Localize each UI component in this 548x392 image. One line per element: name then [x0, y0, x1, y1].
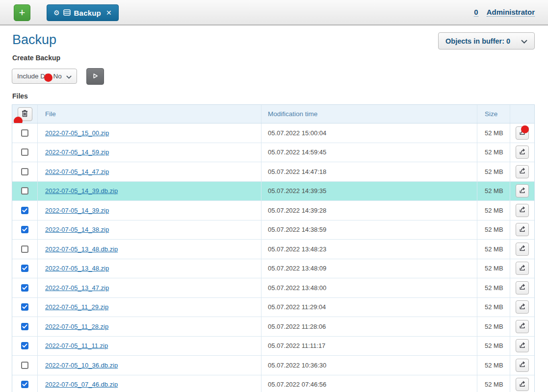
files-table: File Modification time Size 2022-07-05_1…	[12, 104, 535, 392]
file-link[interactable]: 2022-07-05_07_46.db.zip	[45, 381, 118, 388]
file-link[interactable]: 2022-07-05_11_11.zip	[45, 342, 108, 349]
restore-icon	[519, 283, 526, 292]
table-header-row: File Modification time Size	[12, 105, 534, 123]
restore-button[interactable]	[516, 165, 529, 178]
column-header-file[interactable]: File	[38, 105, 261, 123]
file-size: 52 MB	[477, 201, 510, 220]
restore-button[interactable]	[516, 262, 529, 275]
table-row: 2022-07-05_10_36.db.zip 05.07.2022 10:36…	[12, 356, 534, 375]
row-checkbox[interactable]	[21, 265, 28, 272]
file-link[interactable]: 2022-07-05_11_28.zip	[45, 323, 108, 330]
restore-icon	[519, 361, 526, 369]
gear-icon: ⚙	[53, 9, 60, 16]
row-checkbox[interactable]	[21, 381, 28, 388]
table-row: 2022-07-05_11_11.zip 05.07.2022 11:11:17…	[12, 337, 534, 356]
click-marker	[44, 74, 52, 82]
table-row: 2022-07-05_15_00.zip 05.07.2022 15:00:04…	[12, 123, 534, 143]
file-size: 52 MB	[477, 240, 510, 259]
file-link[interactable]: 2022-07-05_14_59.zip	[45, 148, 109, 156]
modification-time: 05.07.2022 13:48:09	[261, 259, 477, 278]
table-row: 2022-07-05_14_39.db.zip 05.07.2022 14:39…	[12, 182, 534, 201]
user-links: 0 Administrator	[474, 8, 535, 17]
restore-icon	[519, 303, 526, 312]
file-link[interactable]: 2022-07-05_13_48.zip	[45, 265, 109, 272]
file-link[interactable]: 2022-07-05_14_47.zip	[45, 168, 109, 175]
column-header-modification-time[interactable]: Modification time	[261, 105, 477, 123]
row-checkbox[interactable]	[21, 303, 28, 311]
tab-backup[interactable]: ⚙ Backup ✕	[47, 4, 119, 21]
file-link[interactable]: 2022-07-05_13_47.zip	[45, 284, 109, 292]
row-checkbox[interactable]	[21, 245, 28, 253]
file-link[interactable]: 2022-07-05_13_48.db.zip	[45, 245, 118, 253]
restore-button[interactable]	[516, 204, 529, 217]
objects-in-buffer-dropdown[interactable]: Objects in buffer: 0	[438, 32, 535, 49]
restore-icon	[519, 322, 526, 331]
file-size: 52 MB	[477, 337, 510, 356]
files-heading: Files	[12, 92, 28, 100]
row-checkbox[interactable]	[21, 168, 28, 175]
restore-button[interactable]	[516, 146, 529, 159]
modification-time: 05.07.2022 11:28:06	[261, 317, 477, 336]
restore-button[interactable]	[516, 359, 529, 372]
row-checkbox[interactable]	[21, 226, 28, 233]
restore-button[interactable]	[516, 300, 529, 314]
file-link[interactable]: 2022-07-05_14_38.zip	[45, 226, 109, 233]
row-checkbox[interactable]	[21, 129, 28, 137]
modification-time: 05.07.2022 11:29:04	[261, 298, 477, 317]
restore-icon	[519, 148, 526, 157]
file-size: 52 MB	[477, 143, 510, 162]
topbar: + ⚙ Backup ✕ 0 Administrator	[0, 0, 548, 25]
restore-button[interactable]	[516, 126, 529, 140]
modification-time: 05.07.2022 10:36:30	[261, 356, 477, 375]
modification-time: 05.07.2022 13:48:23	[261, 240, 477, 259]
file-link[interactable]: 2022-07-05_15_00.zip	[45, 129, 109, 137]
click-marker	[14, 117, 23, 123]
row-checkbox[interactable]	[21, 362, 28, 369]
row-checkbox[interactable]	[21, 187, 28, 195]
row-checkbox[interactable]	[21, 284, 28, 292]
row-checkbox[interactable]	[21, 148, 28, 156]
modification-time: 05.07.2022 13:48:00	[261, 278, 477, 297]
restore-button[interactable]	[516, 320, 529, 333]
restore-button[interactable]	[516, 184, 529, 197]
row-checkbox[interactable]	[21, 323, 28, 330]
counter-link[interactable]: 0	[474, 8, 478, 17]
restore-button[interactable]	[516, 281, 529, 294]
new-tab-button[interactable]: +	[14, 4, 30, 21]
modification-time: 05.07.2022 14:38:59	[261, 220, 477, 240]
modification-time: 05.07.2022 14:39:28	[261, 201, 477, 220]
restore-button[interactable]	[516, 223, 529, 236]
file-size: 52 MB	[477, 317, 510, 336]
row-checkbox[interactable]	[21, 342, 28, 349]
modification-time: 05.07.2022 14:59:45	[261, 143, 477, 162]
restore-icon	[519, 225, 526, 234]
restore-button[interactable]	[516, 339, 529, 352]
file-link[interactable]: 2022-07-05_14_39.zip	[45, 207, 109, 214]
table-row: 2022-07-05_14_59.zip 05.07.2022 14:59:45…	[12, 143, 534, 163]
row-checkbox[interactable]	[21, 207, 28, 214]
file-size: 52 MB	[477, 298, 510, 317]
close-icon[interactable]: ✕	[106, 9, 112, 17]
restore-icon	[519, 187, 526, 196]
file-link[interactable]: 2022-07-05_10_36.db.zip	[45, 362, 118, 369]
administrator-link[interactable]: Administrator	[487, 8, 535, 17]
disk-icon	[63, 9, 71, 17]
file-link[interactable]: 2022-07-05_14_39.db.zip	[45, 187, 118, 195]
restore-button[interactable]	[516, 243, 529, 256]
table-row: 2022-07-05_11_29.zip 05.07.2022 11:29:04…	[12, 298, 534, 318]
file-link[interactable]: 2022-07-05_11_29.zip	[45, 303, 108, 311]
table-row: 2022-07-05_13_48.db.zip 05.07.2022 13:48…	[12, 240, 534, 259]
chevron-down-icon	[66, 72, 72, 81]
file-size: 52 MB	[477, 162, 510, 181]
chevron-down-icon	[521, 37, 527, 46]
file-size: 52 MB	[477, 123, 510, 143]
file-size: 52 MB	[477, 259, 510, 278]
delete-selected-button[interactable]	[18, 107, 32, 121]
column-header-size[interactable]: Size	[477, 105, 510, 123]
table-row: 2022-07-05_07_46.db.zip 05.07.2022 07:46…	[12, 375, 534, 392]
restore-button[interactable]	[516, 378, 529, 391]
objects-in-buffer-label: Objects in buffer: 0	[445, 37, 510, 45]
click-marker	[521, 125, 529, 133]
column-header-actions	[510, 105, 534, 123]
run-backup-button[interactable]	[86, 68, 104, 85]
